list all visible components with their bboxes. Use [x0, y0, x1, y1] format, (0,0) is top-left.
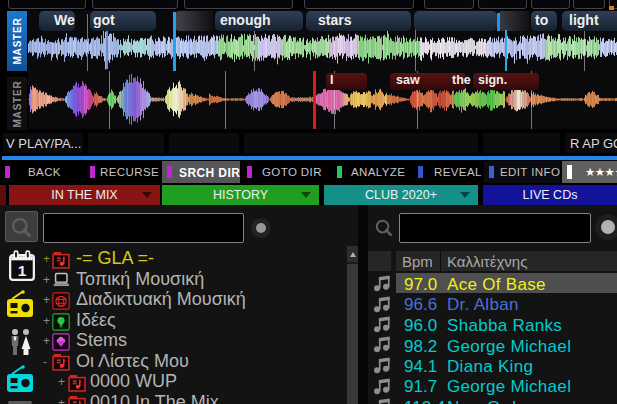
- svg-text:1: 1: [18, 262, 27, 279]
